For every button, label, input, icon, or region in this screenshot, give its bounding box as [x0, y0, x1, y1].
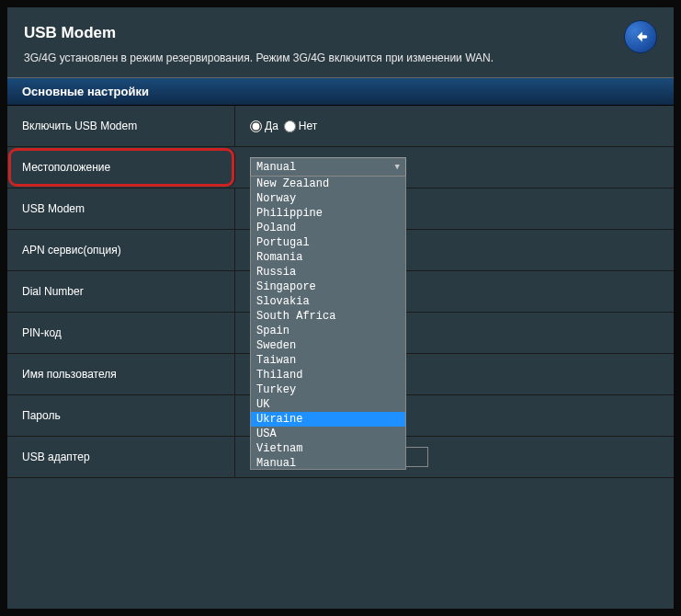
location-option[interactable]: UK: [251, 397, 405, 412]
value-location: Manual ▼ New ZealandNorwayPhilippinePola…: [235, 147, 674, 188]
location-dropdown[interactable]: New ZealandNorwayPhilippinePolandPortuga…: [250, 176, 406, 470]
location-option[interactable]: Poland: [251, 221, 405, 235]
back-icon[interactable]: [624, 20, 657, 53]
location-select-value: Manual: [256, 161, 296, 174]
label-usb-modem: USB Modem: [7, 188, 235, 229]
row-location: Местоположение Manual ▼ New ZealandNorwa…: [7, 147, 674, 188]
radio-yes[interactable]: Да: [250, 120, 278, 132]
location-option[interactable]: Thiland: [251, 368, 405, 382]
info-text: 3G/4G установлен в режим резервирования.…: [7, 51, 674, 77]
location-option[interactable]: Singapore: [251, 279, 405, 294]
label-apn: APN сервис(опция): [7, 230, 235, 270]
usb-modem-panel: USB Modem 3G/4G установлен в режим резер…: [7, 7, 674, 609]
settings-rows: Включить USB Modem Да Нет Местоположение: [7, 106, 674, 478]
label-location: Местоположение: [7, 147, 235, 188]
location-option[interactable]: Portugal: [251, 235, 405, 250]
location-option[interactable]: South Africa: [251, 309, 405, 324]
radio-yes-input[interactable]: [250, 120, 262, 132]
radio-no-label: Нет: [299, 120, 317, 132]
arrow-back-icon: [630, 27, 651, 47]
location-option[interactable]: Vietnam: [251, 441, 405, 456]
label-username: Имя пользователя: [7, 354, 235, 394]
radio-no[interactable]: Нет: [284, 120, 317, 132]
label-dial-number: Dial Number: [7, 271, 235, 312]
radio-yes-label: Да: [265, 120, 278, 132]
location-select[interactable]: Manual ▼: [250, 157, 406, 177]
panel-header: USB Modem: [7, 7, 674, 51]
label-enable-usb-modem: Включить USB Modem: [7, 106, 235, 146]
label-password: Пароль: [7, 395, 235, 436]
location-option[interactable]: Romania: [251, 250, 405, 265]
enable-radio-group: Да Нет: [250, 120, 317, 132]
location-option[interactable]: Russia: [251, 265, 405, 279]
location-option[interactable]: Sweden: [251, 338, 405, 353]
location-option[interactable]: Manual: [251, 456, 405, 470]
label-usb-adapter: USB адаптер: [7, 437, 235, 477]
location-option[interactable]: Slovakia: [251, 294, 405, 309]
value-enable-usb-modem: Да Нет: [235, 106, 674, 146]
section-heading: Основные настройки: [7, 77, 674, 106]
location-option[interactable]: Philippine: [251, 206, 405, 221]
location-option[interactable]: Taiwan: [251, 353, 405, 368]
location-option[interactable]: Turkey: [251, 382, 405, 397]
radio-no-input[interactable]: [284, 120, 296, 132]
label-pin: PIN-код: [7, 313, 235, 353]
location-option[interactable]: Spain: [251, 324, 405, 338]
chevron-down-icon: ▼: [395, 163, 400, 172]
row-enable-usb-modem: Включить USB Modem Да Нет: [7, 106, 674, 147]
page-title: USB Modem: [24, 24, 657, 42]
location-option[interactable]: Ukraine: [251, 412, 405, 427]
location-option[interactable]: USA: [251, 427, 405, 441]
location-option[interactable]: New Zealand: [251, 177, 405, 191]
location-option[interactable]: Norway: [251, 191, 405, 206]
